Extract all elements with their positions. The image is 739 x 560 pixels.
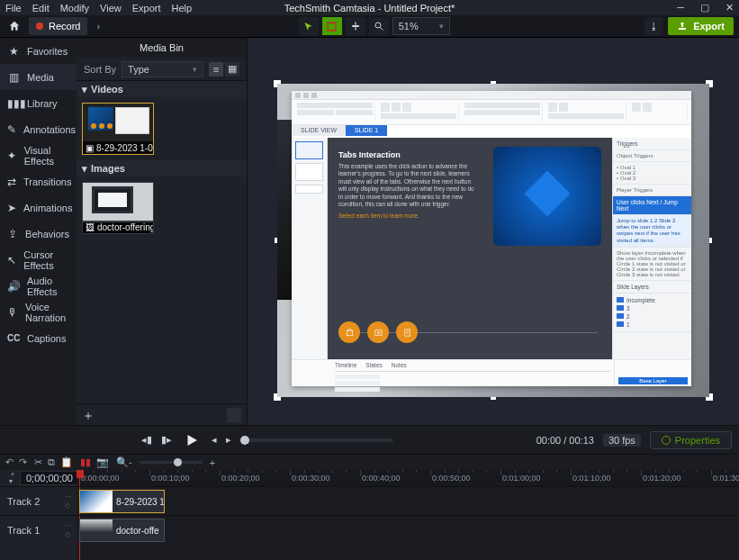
track-1[interactable]: doctor-offe [77,515,739,544]
redo-button[interactable]: ↷ [19,456,27,468]
canvas-selection[interactable]: SLIDE VIEW SLIDE 1 Tabs Inter [277,84,709,397]
zoom-value: 51% [399,21,419,32]
paste-button[interactable]: 📋 [60,456,73,468]
sort-by-select[interactable]: Type ▾ [122,61,203,77]
next-frame-button[interactable]: ▸ [226,434,231,446]
sidebar-tab-media[interactable]: ▥Media [0,64,77,90]
canvas-zoom-slider[interactable] [240,438,393,442]
sidebar-tab-transitions[interactable]: ⇄Transitions [0,168,77,194]
clip-thumb [80,491,113,512]
track-label-2[interactable]: Track 2 ⋯◇ [0,486,77,515]
sidebar-tab-captions[interactable]: CCCaptions [0,325,77,351]
minimize-icon[interactable]: ─ [677,2,684,14]
sidebar-tab-annotations[interactable]: ✎Annotations [0,116,77,142]
timeline-ruler[interactable]: 0:00:00;000:00:10;000:00:20;000:00:30;00… [77,470,739,486]
magnifier-tool[interactable] [369,17,389,35]
sidebar-tab-behaviors[interactable]: ⇪Behaviors [0,221,77,247]
track-more-icon[interactable]: ⋯ [65,521,72,529]
add-media-button[interactable]: ＋ [82,408,96,422]
svg-marker-8 [377,331,380,333]
player-triggers: Player Triggers [613,185,691,196]
captions-icon: CC [7,333,20,343]
sidebar-tab-animations[interactable]: ➤Animations [0,194,77,221]
sidebar-tab-cursor-effects[interactable]: ↖Cursor Effects [0,247,77,273]
sidebar-tab-label: Audio Effects [27,275,69,297]
step-forward-button[interactable]: ◂ [212,434,217,446]
edit-cursor-tool[interactable] [299,17,319,35]
workspace: ★Favorites▥Media▮▮▮Library✎Annotations✦V… [0,38,739,425]
download-button[interactable]: ⭳ [644,17,662,35]
home-button[interactable] [5,17,23,35]
time-readout: 00:00 / 00:13 [536,435,594,446]
track-more-icon[interactable]: ⋯ [65,492,72,501]
copy-button[interactable]: ⧉ [48,456,55,468]
clip-label: doctor-offe [113,526,163,536]
timeline-clip-video[interactable]: 8-29-2023 1 [79,490,165,513]
sidebar-tab-label: Media [27,72,54,83]
track-toggle-icon[interactable]: ◇ [65,530,72,538]
snapshot-button[interactable]: 📷 [96,456,109,468]
menu-edit[interactable]: Edit [32,3,50,14]
sort-by-value: Type [128,64,149,75]
section-videos-header[interactable]: ▾ Videos [77,81,247,97]
zoom-out-button[interactable]: 🔍- [116,456,132,468]
sidebar-tab-voice-narration[interactable]: 🎙Voice Narration [0,299,77,325]
trigger-detail: Jump to slide 1.2 Slide 2 when the user … [613,215,691,248]
section-images-header[interactable]: ▾ Images [77,160,247,176]
playhead-handle[interactable] [77,470,84,478]
animations-icon: ➤ [7,202,16,214]
sidebar-tab-audio-effects[interactable]: 🔊Audio Effects [0,273,77,299]
record-dot-icon [36,23,43,30]
export-button[interactable]: Export [668,17,734,35]
track-toggle-icon[interactable]: ◇ [65,501,72,510]
sidebar-tab-library[interactable]: ▮▮▮Library [0,90,77,116]
ruler-label: 0:00:00;00 [81,474,120,483]
sidebar-tab-label: Transitions [23,176,71,187]
media-item-video[interactable]: ▣8-29-2023 1-00-2… [82,103,154,155]
clip-type-icon: 🖼 [86,222,95,232]
sidebar-tab-favorites[interactable]: ★Favorites [0,38,77,64]
play-button[interactable] [181,429,203,451]
timeline-clip-image[interactable]: doctor-offe [79,519,165,542]
menu-view[interactable]: View [100,3,122,14]
close-icon[interactable]: ✕ [725,2,734,14]
cut-button[interactable]: ✂ [34,456,42,468]
sidebar-tab-label: Voice Narration [25,302,69,323]
record-more-icon[interactable]: › [93,21,104,32]
prev-frame-button[interactable]: ◂▮ [141,434,152,446]
slider-knob[interactable] [240,436,249,445]
track-2[interactable]: 8-29-2023 1 [77,486,739,515]
audio-effects-icon: 🔊 [7,280,20,293]
step-back-button[interactable]: ▮▸ [161,434,172,446]
add-track-button[interactable]: ＋▾ [9,471,16,485]
record-button[interactable]: Record [29,17,87,35]
svg-marker-12 [187,435,197,446]
bottom-tab: Notes [392,362,407,386]
menu-help[interactable]: Help [172,3,193,14]
crop-tool[interactable] [322,17,342,35]
app-tab-active: SLIDE 1 [346,125,387,136]
timeline-zoom-slider[interactable] [140,461,203,464]
chevron-down-icon: ▾ [193,65,197,74]
sidebar-tab-visual-effects[interactable]: ✦Visual Effects [0,142,77,168]
zoom-in-button[interactable]: + [210,457,215,468]
split-button[interactable]: ▮▮ [80,456,91,468]
menu-export[interactable]: Export [132,3,161,14]
pan-tool[interactable] [346,17,365,35]
menu-file[interactable]: File [5,3,22,14]
thumbnail-size-button[interactable] [227,408,241,422]
grid-view-button[interactable]: ▦ [225,62,239,77]
media-caption: 8-29-2023 1-00-2… [96,143,153,153]
menu-modify[interactable]: Modify [60,3,89,14]
sidebar-tab-label: Captions [27,333,66,344]
properties-button[interactable]: Properties [650,431,732,449]
maximize-icon[interactable]: ▢ [700,2,709,14]
media-item-image[interactable]: 🖼doctor-offering-me… [82,182,154,234]
list-view-button[interactable]: ≡ [209,62,223,77]
svg-rect-6 [347,330,352,336]
zoom-level-select[interactable]: 51% ▾ [392,17,450,35]
collapse-icon: ▾ [82,163,87,175]
track-label-1[interactable]: Track 1 ⋯◇ [0,515,77,544]
slider-knob[interactable] [174,458,182,466]
undo-button[interactable]: ↶ [5,456,14,468]
